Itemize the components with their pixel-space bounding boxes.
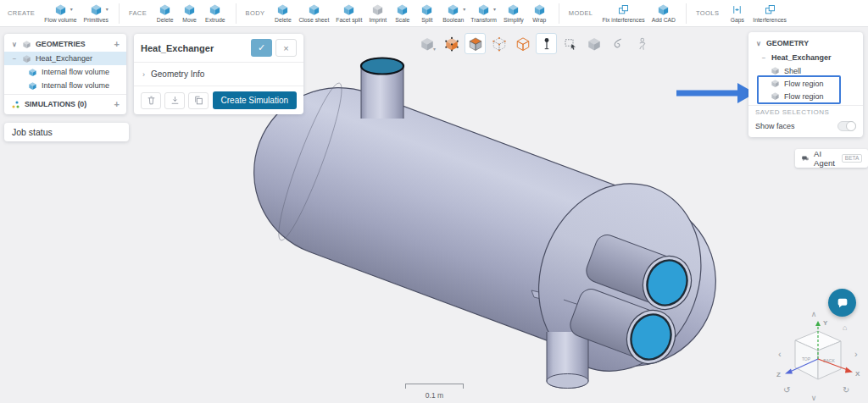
simulations-header[interactable]: SIMULATIONS (0) + — [4, 97, 126, 112]
collapse-icon: − — [760, 54, 767, 62]
geometry-panel: ∨ GEOMETRY − Heat_Exchanger Shell Flow r… — [748, 32, 863, 137]
tool-face-move[interactable]: Move — [177, 3, 202, 24]
tool-transform[interactable]: ▾ Transform — [467, 3, 500, 24]
tree-item-shell[interactable]: Shell — [748, 64, 863, 77]
confirm-button[interactable]: ✓ — [251, 39, 272, 57]
tool-body-delete[interactable]: Delete — [270, 3, 295, 24]
geometry-panel-header[interactable]: ∨ GEOMETRY — [748, 36, 863, 51]
tree-item-heat-exchanger[interactable]: − Heat_Exchanger — [4, 52, 126, 65]
tool-face-delete[interactable]: Delete — [153, 3, 177, 24]
edge-select-button[interactable] — [488, 33, 509, 54]
tree-item-internal-flow-volume-1[interactable]: Internal flow volume — [4, 65, 126, 79]
viewport-3d[interactable]: ∨ GEOMETRIES + − Heat_Exchanger Internal… — [0, 27, 868, 403]
face-select-button[interactable] — [465, 33, 486, 54]
tool-split[interactable]: Split — [415, 3, 439, 24]
tool-face-extrude[interactable]: Extrude — [202, 3, 228, 24]
delete-button[interactable] — [141, 92, 161, 109]
tool-label: Scale — [395, 17, 409, 23]
navigation-cube-widget[interactable]: ∧ ⌂ TOP BACK Y Z X ‹ › ↺ — [771, 306, 863, 403]
section-label-tools: TOOLS — [696, 9, 719, 17]
tool-simplify[interactable]: Simplify — [500, 3, 527, 24]
geometry-icon — [22, 54, 31, 63]
tool-facet-split[interactable]: Facet split — [332, 3, 365, 24]
rotate-right-view-button[interactable]: › — [854, 349, 858, 359]
body-icon — [771, 79, 780, 88]
tool-imprint[interactable]: Imprint — [365, 3, 390, 24]
probe-point-button[interactable] — [536, 33, 557, 54]
geometries-header[interactable]: ∨ GEOMETRIES + — [4, 36, 126, 52]
tilt-up-button[interactable]: ∧ — [811, 310, 817, 318]
geometry-root-label: Heat_Exchanger — [771, 53, 832, 62]
hide-body-button[interactable] — [583, 33, 604, 54]
primitives-icon: ▾ — [90, 3, 103, 16]
close-button[interactable]: × — [275, 39, 297, 57]
body-select-icon — [515, 36, 531, 52]
cube-face-label-left: TOP — [802, 356, 811, 362]
wrap-icon — [533, 3, 546, 16]
inlet-face[interactable] — [361, 58, 403, 75]
body-select-button[interactable] — [512, 33, 533, 54]
tree-item-internal-flow-volume-2[interactable]: Internal flow volume — [4, 79, 126, 92]
box-select-button[interactable] — [559, 33, 581, 54]
collapse-icon: − — [11, 55, 18, 63]
dropdown-caret-icon: ▾ — [70, 7, 73, 12]
simulations-label: SIMULATIONS (0) — [25, 100, 86, 108]
toolbar-divider — [236, 3, 236, 24]
tool-gaps[interactable]: Gaps — [725, 3, 749, 24]
tool-label: Boolean — [442, 17, 464, 23]
geometry-info-section[interactable]: › Geometry Info — [134, 63, 303, 86]
create-simulation-button[interactable]: Create Simulation — [213, 91, 297, 109]
fix-interferences-icon — [617, 3, 630, 16]
tree-item-flow-region-1[interactable]: Flow region — [748, 77, 863, 90]
duplicate-button[interactable] — [188, 92, 209, 109]
bottom-port[interactable] — [547, 332, 588, 389]
tool-label: Close sheet — [298, 17, 329, 23]
vertex-select-button[interactable] — [441, 33, 462, 54]
roll-ccw-button[interactable]: ↺ — [783, 385, 790, 395]
tool-boolean[interactable]: ▾ Boolean — [439, 3, 467, 24]
tool-label: Extrude — [205, 17, 225, 23]
tool-add-cad[interactable]: Add CAD — [648, 3, 679, 24]
lasso-select-button[interactable] — [607, 33, 628, 54]
toolbar-section-create: CREATE ▾ Flow volume ▾ Primitives — [5, 0, 112, 26]
tree-item-flow-region-2[interactable]: Flow region — [748, 90, 863, 102]
tool-close-sheet[interactable]: Close sheet — [295, 3, 332, 24]
dialog-header: Heat_Exchanger ✓ × — [134, 34, 303, 63]
download-button[interactable] — [164, 92, 185, 109]
select-mode-button[interactable]: ▾ — [417, 33, 438, 54]
tool-flow-volume[interactable]: ▾ Flow volume — [41, 3, 80, 24]
ai-agent-button[interactable]: AI Agent BETA — [795, 149, 868, 168]
job-status-panel[interactable]: Job status — [4, 123, 129, 141]
edge-select-icon — [492, 36, 507, 52]
top-port[interactable] — [361, 58, 403, 119]
add-geometry-button[interactable]: + — [114, 40, 120, 49]
tool-label: Fix interferences — [602, 17, 644, 23]
toolbar-divider — [119, 3, 120, 24]
simplify-icon — [507, 3, 520, 16]
lasso-select-icon — [610, 36, 626, 52]
tool-label: Add CAD — [652, 17, 676, 23]
add-simulation-button[interactable]: + — [114, 100, 120, 109]
home-view-icon[interactable]: ⌂ — [843, 323, 847, 332]
person-view-button[interactable] — [631, 33, 652, 54]
body-icon — [771, 66, 780, 75]
nav-cube[interactable]: TOP BACK — [795, 331, 841, 379]
axis-z-label: Z — [776, 371, 781, 378]
geometry-panel-label: GEOMETRY — [766, 39, 809, 47]
simulations-icon — [11, 100, 20, 109]
tool-interferences[interactable]: Interferences — [749, 3, 790, 24]
scale-icon — [396, 3, 409, 16]
tilt-down-button[interactable]: ∨ — [811, 394, 817, 402]
chevron-down-icon: ∨ — [11, 41, 18, 48]
cube-face-label-right: BACK — [823, 358, 835, 363]
show-faces-label: Show faces — [755, 122, 795, 130]
tree-item-heat-exchanger-right[interactable]: − Heat_Exchanger — [748, 51, 863, 64]
show-faces-toggle[interactable] — [837, 121, 856, 131]
tool-fix-interferences[interactable]: Fix interferences — [598, 3, 648, 24]
roll-cw-button[interactable]: ↻ — [843, 385, 849, 395]
tool-scale[interactable]: Scale — [390, 3, 415, 24]
rotate-left-view-button[interactable]: ‹ — [778, 349, 782, 359]
tool-wrap[interactable]: Wrap — [527, 3, 552, 24]
tool-primitives[interactable]: ▾ Primitives — [80, 3, 111, 24]
scale-bar-label: 0.1 m — [405, 391, 464, 400]
